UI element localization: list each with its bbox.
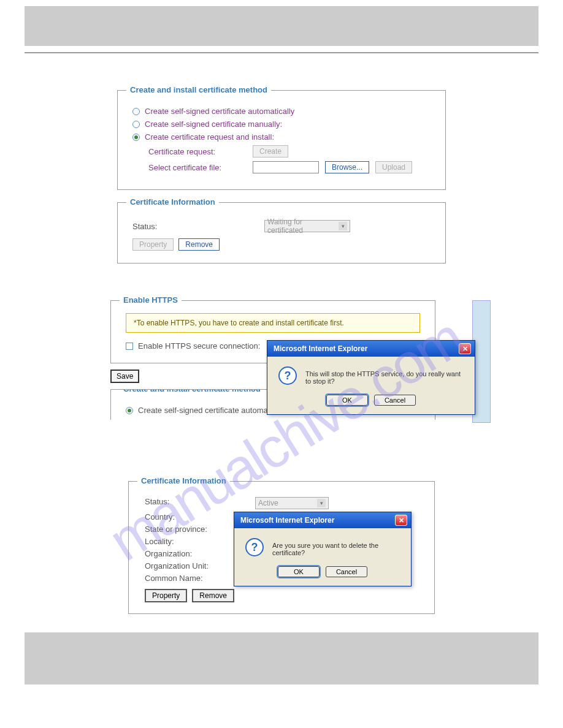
status-select: Waiting for certificated ▾ [264, 220, 350, 232]
status-label: Status: [132, 222, 264, 231]
cancel-button[interactable]: Cancel [374, 395, 416, 406]
https-notice: *To enable HTTPS, you have to create and… [126, 313, 420, 333]
ok-button-2[interactable]: OK [278, 566, 320, 577]
radio-request-label: Create certificate request and install: [145, 132, 274, 142]
enable-https-section: Enable HTTPS *To enable HTTPS, you have … [110, 300, 478, 420]
dialog-message-2: Are you sure you want to delete the cert… [272, 538, 400, 556]
radio-icon-checked [126, 407, 133, 414]
create-method-legend: Create and install certificate method [126, 85, 271, 94]
dialog-message: This will stop the HTTPS service, do you… [305, 366, 464, 385]
status-value-2: Active [258, 499, 278, 507]
close-icon[interactable]: ✕ [459, 343, 471, 354]
dialog-delete-cert: Microsoft Internet Explorer ✕ ? Are you … [234, 512, 412, 586]
radio-auto-label: Create self-signed certificate automatic… [145, 107, 294, 116]
property-button[interactable]: Property [132, 238, 174, 251]
chevron-down-icon: ▾ [317, 499, 326, 507]
dialog-title-2: Microsoft Internet Explorer [240, 516, 334, 525]
upload-button[interactable]: Upload [375, 161, 412, 173]
create-method-legend-2: Create and install certificate method [120, 389, 264, 393]
cert-info-legend-2: Certificate Information [137, 476, 230, 485]
status-label-2: Status: [145, 497, 255, 509]
cert-info-legend: Certificate Information [126, 197, 219, 207]
select-file-row: Select certificate file: Browse... Uploa… [148, 161, 431, 173]
radio-icon [132, 121, 140, 128]
dialog-titlebar: Microsoft Internet Explorer ✕ [267, 341, 475, 357]
create-method-fieldset: Create and install certificate method Cr… [117, 90, 446, 190]
save-button[interactable]: Save [110, 370, 139, 383]
status-row: Status: Waiting for certificated ▾ [132, 220, 431, 232]
footer-bar [25, 632, 538, 684]
header-bar [25, 6, 538, 46]
radio-manual-label: Create self-signed certificate manually: [145, 119, 282, 129]
dialog-titlebar-2: Microsoft Internet Explorer ✕ [234, 512, 411, 528]
close-icon[interactable]: ✕ [395, 515, 407, 526]
enable-https-legend: Enable HTTPS [120, 295, 182, 305]
question-icon: ? [245, 538, 264, 556]
cert-info-section-2: Certificate Information Status: Active ▾… [128, 481, 435, 614]
cert-request-label: Certificate request: [148, 147, 247, 156]
radio-icon [132, 108, 140, 115]
file-input[interactable] [253, 161, 319, 173]
enable-https-checkbox[interactable] [126, 343, 133, 350]
cert-info-fieldset-1: Certificate Information Status: Waiting … [117, 202, 446, 264]
cert-request-row: Certificate request: Create [148, 145, 431, 157]
status-select-2: Active ▾ [255, 497, 329, 509]
question-icon: ? [278, 366, 297, 385]
radio-auto-label-2: Create self-signed certificate automatic… [138, 406, 288, 415]
cancel-button-2[interactable]: Cancel [326, 566, 367, 577]
status-value: Waiting for certificated [267, 218, 339, 235]
dialog-stop-https: Microsoft Internet Explorer ✕ ? This wil… [267, 340, 475, 415]
radio-request[interactable]: Create certificate request and install: [132, 132, 431, 142]
chevron-down-icon: ▾ [339, 222, 347, 230]
separator [25, 52, 538, 53]
select-file-label: Select certificate file: [148, 163, 247, 172]
dialog-title: Microsoft Internet Explorer [274, 344, 367, 353]
radio-icon-checked [132, 134, 140, 141]
remove-button[interactable]: Remove [178, 238, 220, 251]
create-button[interactable]: Create [253, 145, 288, 157]
ok-button[interactable]: OK [326, 395, 368, 406]
radio-manual[interactable]: Create self-signed certificate manually: [132, 119, 431, 129]
remove-button-2[interactable]: Remove [192, 589, 234, 602]
radio-auto[interactable]: Create self-signed certificate automatic… [132, 107, 431, 116]
property-button-2[interactable]: Property [145, 589, 187, 602]
browse-button[interactable]: Browse... [325, 161, 369, 173]
enable-https-label: Enable HTTPS secure connection: [138, 341, 260, 351]
